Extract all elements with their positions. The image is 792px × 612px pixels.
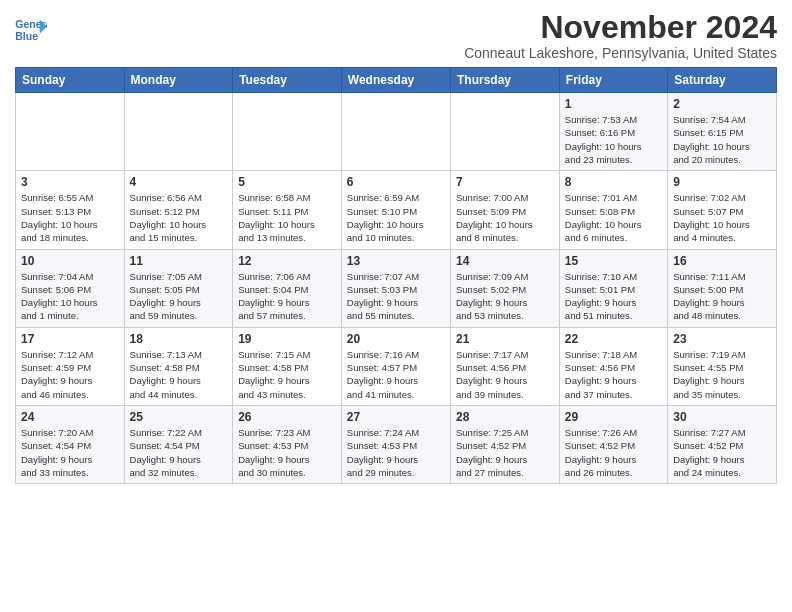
day-info: Sunrise: 7:53 AM Sunset: 6:16 PM Dayligh… — [565, 113, 662, 166]
day-number: 6 — [347, 175, 445, 189]
calendar-cell: 27Sunrise: 7:24 AM Sunset: 4:53 PM Dayli… — [341, 405, 450, 483]
calendar-cell: 8Sunrise: 7:01 AM Sunset: 5:08 PM Daylig… — [559, 171, 667, 249]
day-number: 29 — [565, 410, 662, 424]
calendar-cell: 23Sunrise: 7:19 AM Sunset: 4:55 PM Dayli… — [668, 327, 777, 405]
calendar-cell — [124, 93, 233, 171]
weekday-header: Wednesday — [341, 68, 450, 93]
calendar-table: SundayMondayTuesdayWednesdayThursdayFrid… — [15, 67, 777, 484]
day-info: Sunrise: 7:06 AM Sunset: 5:04 PM Dayligh… — [238, 270, 336, 323]
day-number: 16 — [673, 254, 771, 268]
calendar-cell: 5Sunrise: 6:58 AM Sunset: 5:11 PM Daylig… — [233, 171, 342, 249]
day-number: 14 — [456, 254, 554, 268]
day-number: 5 — [238, 175, 336, 189]
calendar-cell: 24Sunrise: 7:20 AM Sunset: 4:54 PM Dayli… — [16, 405, 125, 483]
calendar-week-row: 10Sunrise: 7:04 AM Sunset: 5:06 PM Dayli… — [16, 249, 777, 327]
weekday-header: Saturday — [668, 68, 777, 93]
day-number: 25 — [130, 410, 228, 424]
day-info: Sunrise: 7:07 AM Sunset: 5:03 PM Dayligh… — [347, 270, 445, 323]
svg-text:Blue: Blue — [15, 30, 38, 42]
weekday-header: Friday — [559, 68, 667, 93]
day-info: Sunrise: 6:58 AM Sunset: 5:11 PM Dayligh… — [238, 191, 336, 244]
day-number: 11 — [130, 254, 228, 268]
day-info: Sunrise: 7:01 AM Sunset: 5:08 PM Dayligh… — [565, 191, 662, 244]
weekday-header: Thursday — [451, 68, 560, 93]
day-number: 3 — [21, 175, 119, 189]
day-number: 7 — [456, 175, 554, 189]
logo-icon: General Blue — [15, 16, 47, 44]
day-info: Sunrise: 7:09 AM Sunset: 5:02 PM Dayligh… — [456, 270, 554, 323]
calendar-cell: 22Sunrise: 7:18 AM Sunset: 4:56 PM Dayli… — [559, 327, 667, 405]
calendar-cell: 17Sunrise: 7:12 AM Sunset: 4:59 PM Dayli… — [16, 327, 125, 405]
day-number: 24 — [21, 410, 119, 424]
calendar-week-row: 1Sunrise: 7:53 AM Sunset: 6:16 PM Daylig… — [16, 93, 777, 171]
calendar-cell: 11Sunrise: 7:05 AM Sunset: 5:05 PM Dayli… — [124, 249, 233, 327]
day-number: 9 — [673, 175, 771, 189]
day-number: 18 — [130, 332, 228, 346]
calendar-cell: 18Sunrise: 7:13 AM Sunset: 4:58 PM Dayli… — [124, 327, 233, 405]
calendar-week-row: 24Sunrise: 7:20 AM Sunset: 4:54 PM Dayli… — [16, 405, 777, 483]
calendar-cell: 12Sunrise: 7:06 AM Sunset: 5:04 PM Dayli… — [233, 249, 342, 327]
calendar-cell: 30Sunrise: 7:27 AM Sunset: 4:52 PM Dayli… — [668, 405, 777, 483]
logo: General Blue — [15, 16, 47, 44]
day-info: Sunrise: 7:22 AM Sunset: 4:54 PM Dayligh… — [130, 426, 228, 479]
day-info: Sunrise: 7:00 AM Sunset: 5:09 PM Dayligh… — [456, 191, 554, 244]
calendar-cell: 29Sunrise: 7:26 AM Sunset: 4:52 PM Dayli… — [559, 405, 667, 483]
weekday-header-row: SundayMondayTuesdayWednesdayThursdayFrid… — [16, 68, 777, 93]
day-number: 4 — [130, 175, 228, 189]
day-number: 2 — [673, 97, 771, 111]
day-number: 12 — [238, 254, 336, 268]
day-number: 27 — [347, 410, 445, 424]
location-subtitle: Conneaut Lakeshore, Pennsylvania, United… — [464, 45, 777, 61]
month-title: November 2024 — [464, 10, 777, 45]
day-info: Sunrise: 7:15 AM Sunset: 4:58 PM Dayligh… — [238, 348, 336, 401]
title-block: November 2024 Conneaut Lakeshore, Pennsy… — [464, 10, 777, 61]
calendar-cell — [451, 93, 560, 171]
day-info: Sunrise: 7:13 AM Sunset: 4:58 PM Dayligh… — [130, 348, 228, 401]
day-info: Sunrise: 7:04 AM Sunset: 5:06 PM Dayligh… — [21, 270, 119, 323]
day-info: Sunrise: 7:27 AM Sunset: 4:52 PM Dayligh… — [673, 426, 771, 479]
day-number: 13 — [347, 254, 445, 268]
calendar-cell: 3Sunrise: 6:55 AM Sunset: 5:13 PM Daylig… — [16, 171, 125, 249]
calendar-cell: 15Sunrise: 7:10 AM Sunset: 5:01 PM Dayli… — [559, 249, 667, 327]
day-number: 23 — [673, 332, 771, 346]
day-number: 8 — [565, 175, 662, 189]
day-number: 26 — [238, 410, 336, 424]
weekday-header: Monday — [124, 68, 233, 93]
calendar-cell: 1Sunrise: 7:53 AM Sunset: 6:16 PM Daylig… — [559, 93, 667, 171]
calendar-week-row: 3Sunrise: 6:55 AM Sunset: 5:13 PM Daylig… — [16, 171, 777, 249]
day-number: 1 — [565, 97, 662, 111]
calendar-cell: 2Sunrise: 7:54 AM Sunset: 6:15 PM Daylig… — [668, 93, 777, 171]
day-info: Sunrise: 7:20 AM Sunset: 4:54 PM Dayligh… — [21, 426, 119, 479]
calendar-cell: 26Sunrise: 7:23 AM Sunset: 4:53 PM Dayli… — [233, 405, 342, 483]
calendar-cell: 10Sunrise: 7:04 AM Sunset: 5:06 PM Dayli… — [16, 249, 125, 327]
day-info: Sunrise: 7:26 AM Sunset: 4:52 PM Dayligh… — [565, 426, 662, 479]
weekday-header: Sunday — [16, 68, 125, 93]
calendar-cell: 7Sunrise: 7:00 AM Sunset: 5:09 PM Daylig… — [451, 171, 560, 249]
day-number: 21 — [456, 332, 554, 346]
calendar-cell: 21Sunrise: 7:17 AM Sunset: 4:56 PM Dayli… — [451, 327, 560, 405]
calendar-cell: 25Sunrise: 7:22 AM Sunset: 4:54 PM Dayli… — [124, 405, 233, 483]
day-number: 10 — [21, 254, 119, 268]
day-info: Sunrise: 7:11 AM Sunset: 5:00 PM Dayligh… — [673, 270, 771, 323]
calendar-cell: 6Sunrise: 6:59 AM Sunset: 5:10 PM Daylig… — [341, 171, 450, 249]
calendar-cell — [233, 93, 342, 171]
day-number: 20 — [347, 332, 445, 346]
calendar-week-row: 17Sunrise: 7:12 AM Sunset: 4:59 PM Dayli… — [16, 327, 777, 405]
day-info: Sunrise: 7:18 AM Sunset: 4:56 PM Dayligh… — [565, 348, 662, 401]
day-info: Sunrise: 7:23 AM Sunset: 4:53 PM Dayligh… — [238, 426, 336, 479]
day-number: 28 — [456, 410, 554, 424]
calendar-cell: 28Sunrise: 7:25 AM Sunset: 4:52 PM Dayli… — [451, 405, 560, 483]
day-info: Sunrise: 7:02 AM Sunset: 5:07 PM Dayligh… — [673, 191, 771, 244]
day-number: 30 — [673, 410, 771, 424]
day-info: Sunrise: 7:10 AM Sunset: 5:01 PM Dayligh… — [565, 270, 662, 323]
calendar-cell — [341, 93, 450, 171]
calendar-cell: 13Sunrise: 7:07 AM Sunset: 5:03 PM Dayli… — [341, 249, 450, 327]
day-info: Sunrise: 6:55 AM Sunset: 5:13 PM Dayligh… — [21, 191, 119, 244]
calendar-cell: 9Sunrise: 7:02 AM Sunset: 5:07 PM Daylig… — [668, 171, 777, 249]
calendar-cell: 19Sunrise: 7:15 AM Sunset: 4:58 PM Dayli… — [233, 327, 342, 405]
calendar-cell: 20Sunrise: 7:16 AM Sunset: 4:57 PM Dayli… — [341, 327, 450, 405]
day-number: 15 — [565, 254, 662, 268]
day-info: Sunrise: 6:59 AM Sunset: 5:10 PM Dayligh… — [347, 191, 445, 244]
calendar-cell: 4Sunrise: 6:56 AM Sunset: 5:12 PM Daylig… — [124, 171, 233, 249]
day-info: Sunrise: 6:56 AM Sunset: 5:12 PM Dayligh… — [130, 191, 228, 244]
